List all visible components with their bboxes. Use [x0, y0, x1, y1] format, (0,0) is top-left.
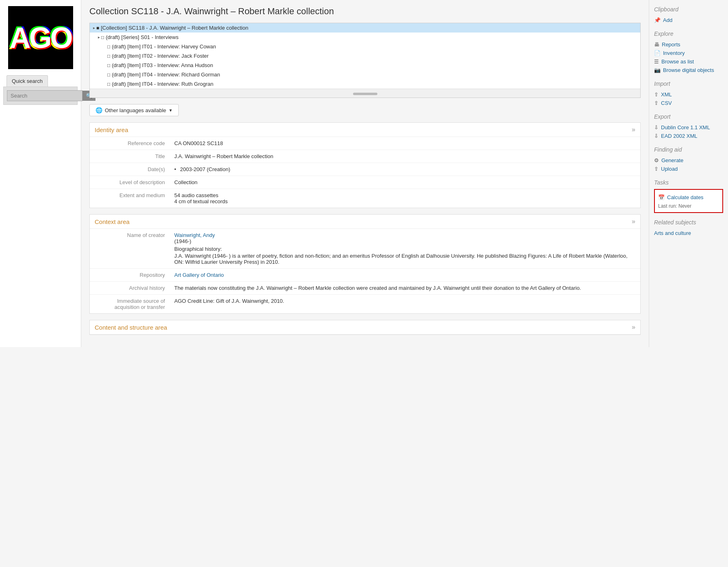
generate-label: Generate [661, 157, 683, 163]
globe-icon: 🌐 [95, 107, 102, 113]
clipboard-section-title: Clipboard [654, 6, 723, 13]
context-area-title: Context area [95, 218, 130, 225]
chevron-down-icon: ▼ [169, 108, 173, 113]
browse-list-link[interactable]: ☰ Browse as list [654, 57, 723, 66]
xml-import-link[interactable]: ⇧ XML [654, 90, 723, 99]
inventory-icon: 📄 [654, 50, 661, 56]
context-creator-row: Name of creator Wainwright, Andy (1946-)… [90, 229, 640, 269]
ead-link[interactable]: ⇩ EAD 2002 XML [654, 132, 723, 140]
context-area-expand-icon[interactable]: » [632, 218, 635, 225]
left-sidebar: AGO Quick search 🔍 [0, 0, 81, 347]
main-content: Collection SC118 - J.A. Wainwright – Rob… [81, 0, 649, 347]
bio-text: J.A. Wainwright (1946- ) is a writer of … [174, 253, 637, 265]
context-repository-value: Art Gallery of Ontario [171, 269, 640, 281]
upload-csv-icon: ⇧ [654, 100, 659, 106]
creator-name-link[interactable]: Wainwright, Andy [174, 232, 215, 238]
identity-dates-text: 2003-2007 (Creation) [180, 166, 230, 172]
identity-reference-code-row: Reference code CA ON00012 SC118 [90, 137, 640, 150]
browse-list-label: Browse as list [661, 59, 694, 65]
language-button-label: Other languages available [105, 107, 166, 113]
identity-extent-row: Extent and medium 54 audio cassettes 4 c… [90, 189, 640, 208]
dublin-core-link[interactable]: ⇩ Dublin Core 1.1 XML [654, 123, 723, 132]
inventory-link[interactable]: 📄 Inventory [654, 49, 723, 57]
arts-culture-link[interactable]: Arts and culture [654, 229, 723, 237]
calendar-icon: 📅 [658, 194, 665, 200]
calculate-dates-link[interactable]: 📅 Calculate dates [658, 193, 719, 202]
identity-area-header: Identity area » [90, 123, 640, 137]
tree-icon-1: □ [101, 35, 104, 40]
identity-title-row: Title J.A. Wainwright – Robert Markle co… [90, 150, 640, 163]
scrollbar-indicator [353, 93, 377, 95]
identity-dates-row: Date(s) • 2003-2007 (Creation) [90, 163, 640, 176]
bullet-icon: • [174, 166, 176, 172]
arts-culture-label: Arts and culture [654, 230, 691, 236]
language-button[interactable]: 🌐 Other languages available ▼ [89, 104, 179, 116]
creator-dates: (1946-) [174, 238, 637, 244]
upload-finding-icon: ⇧ [654, 166, 659, 172]
tree-item-6[interactable]: □ (draft) [Item] IT04 - Interview: Ruth … [90, 79, 640, 89]
tree-item-1[interactable]: ▸ □ (draft) [Series] S01 - Interviews [90, 33, 640, 42]
logo: AGO [8, 6, 73, 69]
tree-item-4[interactable]: □ (draft) [Item] IT03 - Interview: Anna … [90, 61, 640, 70]
reports-label: Reports [662, 41, 680, 48]
content-area-expand-icon[interactable]: » [632, 324, 635, 331]
quick-search-tab[interactable]: Quick search [6, 75, 48, 87]
context-area-panel: Context area » Name of creator Wainwrigh… [89, 214, 641, 314]
browse-digital-link[interactable]: 📷 Browse digital objects [654, 66, 723, 74]
repository-link[interactable]: Art Gallery of Ontario [174, 272, 224, 278]
identity-level-row: Level of description Collection [90, 176, 640, 189]
search-input[interactable] [7, 90, 82, 101]
identity-area-title: Identity area [95, 126, 128, 133]
upload-label: Upload [661, 166, 678, 172]
tree-icon-6: □ [107, 81, 110, 87]
csv-import-link[interactable]: ⇧ CSV [654, 99, 723, 107]
tree-label-4: (draft) [Item] IT03 - Interview: Anna Hu… [112, 62, 213, 68]
tree-item-0[interactable]: ▸ ■ [Collection] SC118 - J.A. Wainwright… [90, 23, 640, 33]
last-run-text: Last run: Never [658, 203, 719, 209]
right-sidebar: Clipboard 📌 Add Explore 🖶 Reports 📄 Inve… [649, 0, 728, 347]
context-acquisition-value: AGO Credit Line: Gift of J.A. Wainwright… [171, 295, 640, 313]
content-area-panel: Content and structure area » [89, 320, 641, 335]
tasks-box: 📅 Calculate dates Last run: Never [654, 189, 723, 213]
identity-dates-value: • 2003-2007 (Creation) [171, 163, 640, 176]
identity-area-panel: Identity area » Reference code CA ON0001… [89, 122, 641, 208]
page-title: Collection SC118 - J.A. Wainwright – Rob… [89, 6, 641, 17]
identity-reference-code-label: Reference code [90, 137, 171, 150]
context-repository-row: Repository Art Gallery of Ontario [90, 269, 640, 282]
tree-item-5[interactable]: □ (draft) [Item] IT04 - Interview: Richa… [90, 70, 640, 79]
tasks-section-title: Tasks [654, 179, 723, 186]
context-archival-label: Archival history [90, 282, 171, 294]
import-section-title: Import [654, 80, 723, 87]
tree-item-3[interactable]: □ (draft) [Item] IT02 - Interview: Jack … [90, 51, 640, 61]
ago-logo-text: AGO [9, 21, 71, 54]
download-icon: ⇩ [654, 124, 659, 130]
tree-scrollbar [90, 89, 640, 98]
tree-label-2: (draft) [Item] IT01 - Interview: Harvey … [112, 43, 216, 50]
upload-link[interactable]: ⇧ Upload [654, 165, 723, 173]
csv-label: CSV [661, 100, 672, 106]
explore-section-title: Explore [654, 30, 723, 37]
reports-link[interactable]: 🖶 Reports [654, 40, 723, 49]
generate-icon: ⚙ [654, 157, 659, 163]
printer-icon: 🖶 [654, 41, 659, 48]
extent-line2: 4 cm of textual records [174, 198, 637, 204]
tree-label-6: (draft) [Item] IT04 - Interview: Ruth Gr… [112, 81, 213, 87]
context-area-header: Context area » [90, 215, 640, 229]
identity-level-value: Collection [171, 176, 640, 189]
context-acquisition-label: Immediate source of acquisition or trans… [90, 295, 171, 313]
tree-arrow-0: ▸ [93, 26, 95, 30]
add-link[interactable]: 📌 Add [654, 16, 723, 24]
tree-icon-collection: ■ [96, 25, 99, 31]
finding-aid-section-title: Finding aid [654, 146, 723, 153]
generate-link[interactable]: ⚙ Generate [654, 156, 723, 165]
identity-area-expand-icon[interactable]: » [632, 126, 635, 133]
tree-container: ▸ ■ [Collection] SC118 - J.A. Wainwright… [89, 23, 641, 98]
paperclip-icon: 📌 [654, 17, 661, 23]
extent-line1: 54 audio cassettes [174, 192, 637, 198]
related-subjects-section-title: Related subjects [654, 219, 723, 226]
dublin-core-label: Dublin Core 1.1 XML [661, 124, 710, 130]
content-area-title: Content and structure area [95, 324, 167, 331]
xml-label: XML [661, 91, 672, 98]
tree-item-2[interactable]: □ (draft) [Item] IT01 - Interview: Harve… [90, 42, 640, 51]
calculate-dates-label: Calculate dates [667, 194, 704, 200]
